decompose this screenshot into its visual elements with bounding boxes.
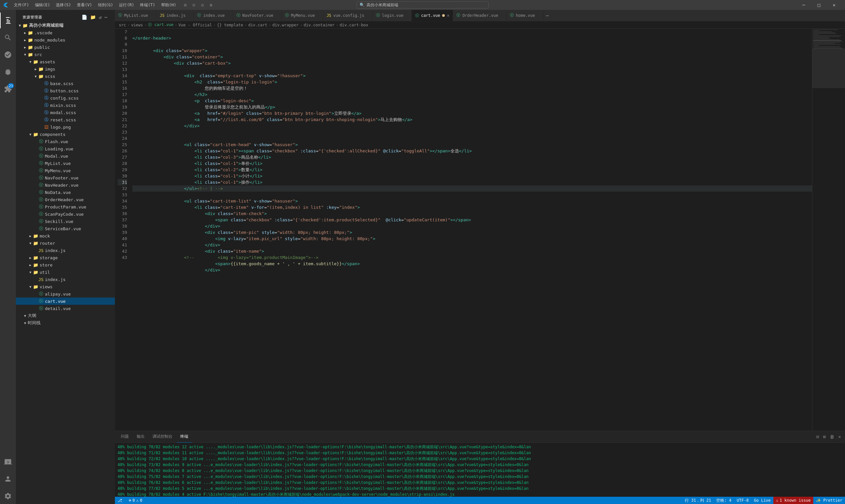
tree-item-util[interactable]: ▼ 📁 util — [16, 269, 115, 276]
tree-item-mymenu[interactable]: Ⓥ MyMenu.vue — [16, 167, 115, 174]
tab-login[interactable]: Ⓥ login.vue × — [373, 10, 412, 21]
tree-item-mock[interactable]: ▶ 📁 mock — [16, 232, 115, 239]
tab-vue-config[interactable]: JS vue.config.js × — [323, 10, 373, 21]
status-branch[interactable]: ⎇ — [115, 497, 126, 504]
tab-mylist[interactable]: Ⓥ MyList.vue × — [115, 10, 156, 21]
breadcrumb-div-wrapper[interactable]: div.wrapper — [272, 23, 298, 28]
menu-bar[interactable]: 文件(F) 编辑(E) 选择(S) 查看(V) 转到(G) 运行(R) 终端(T… — [11, 2, 179, 8]
tree-item-modal[interactable]: Ⓥ Modal.vue — [16, 152, 115, 160]
window-controls[interactable]: ─ □ ✕ — [796, 0, 842, 10]
tree-item-mixin-scss[interactable]: Ⓢ mixin.scss — [16, 102, 115, 109]
breadcrumb-cart-vue[interactable]: Ⓥ cart.vue — [148, 22, 173, 28]
maximize-button[interactable]: □ — [811, 0, 827, 10]
tree-item-assets[interactable]: ▼ 📁 assets — [16, 58, 115, 65]
tree-item-router-index[interactable]: JS index.js — [16, 247, 115, 254]
menu-terminal[interactable]: 终端(T) — [137, 2, 158, 8]
tree-item-nodata[interactable]: Ⓥ NoData.vue — [16, 189, 115, 196]
tree-item-mylist[interactable]: Ⓥ MyList.vue — [16, 160, 115, 167]
menu-run[interactable]: 运行(R) — [116, 2, 137, 8]
tree-item-orderheader[interactable]: Ⓥ OrderHeader.vue — [16, 196, 115, 203]
tree-item-alipay[interactable]: Ⓥ alipay.vue — [16, 290, 115, 298]
tree-item-imgs[interactable]: ▶ 📁 imgs — [16, 65, 115, 73]
tree-item-logo-png[interactable]: 🖼 logo.png — [16, 123, 115, 131]
tab-cart[interactable]: Ⓥ cart.vue × — [412, 10, 453, 21]
activity-search[interactable] — [0, 30, 16, 46]
breadcrumb-views[interactable]: views — [131, 23, 143, 28]
panel-kill-icon[interactable]: 🗑 — [828, 433, 836, 441]
panel-close-icon[interactable]: × — [837, 433, 842, 441]
panel-split-icon[interactable]: ⊞ — [822, 433, 827, 441]
breadcrumb-div-cartbox[interactable]: div.cart-box — [340, 23, 368, 28]
tree-item-src[interactable]: ▼ 📁 src — [16, 51, 115, 58]
breadcrumb-vue-official[interactable]: Vue - Official — [179, 23, 212, 28]
sidebar-actions[interactable]: 📄 📁 ↺ ⋯ — [81, 14, 108, 20]
title-search[interactable]: 🔍 高仿小米商城前端 — [357, 1, 489, 8]
tab-navfooter[interactable]: Ⓥ NavFooter.vue × — [233, 10, 282, 21]
tree-item-scss[interactable]: ▼ 📁 scss — [16, 73, 115, 80]
refresh-icon[interactable]: ↺ — [98, 14, 102, 20]
tree-item-navheader[interactable]: Ⓥ NavHeader.vue — [16, 181, 115, 189]
new-file-icon[interactable]: 📄 — [81, 14, 88, 20]
tab-orderheader[interactable]: Ⓥ OrderHeader.vue × — [453, 10, 506, 21]
menu-file[interactable]: 文件(F) — [11, 2, 32, 8]
tree-item-loading[interactable]: Ⓥ Loading.vue — [16, 145, 115, 152]
activity-debug[interactable] — [0, 64, 16, 80]
tab-home[interactable]: Ⓥ home.vue × — [506, 10, 543, 21]
new-folder-icon[interactable]: 📁 — [89, 14, 97, 20]
tree-item-cart[interactable]: Ⓥ cart.vue — [16, 298, 115, 305]
activity-files[interactable] — [0, 13, 16, 29]
status-golive[interactable]: Go Live — [751, 497, 773, 504]
tree-item-node-modules[interactable]: ▶ 📁 node_modules — [16, 36, 115, 43]
panel-tab-debug[interactable]: 调试控制台 — [149, 431, 176, 443]
panel-tab-output[interactable]: 输出 — [133, 431, 148, 443]
tree-item-base-scss[interactable]: Ⓢ base.scss — [16, 80, 115, 87]
status-prettier[interactable]: ✨ Prettier — [813, 497, 845, 504]
tree-item-storage[interactable]: ▶ 📁 storage — [16, 254, 115, 261]
tree-item-components[interactable]: ▼ 📁 components — [16, 131, 115, 138]
breadcrumb-src[interactable]: src — [119, 23, 126, 28]
tree-item-timeline[interactable]: ▼ 时间线 — [16, 319, 115, 326]
breadcrumb-template[interactable]: {} template — [217, 23, 243, 28]
activity-git[interactable] — [0, 47, 16, 63]
minimize-button[interactable]: ─ — [796, 0, 811, 10]
close-button[interactable]: ✕ — [827, 0, 842, 10]
panel-tab-problems[interactable]: 问题 — [118, 431, 132, 443]
tree-item-modal-scss[interactable]: Ⓢ modal.scss — [16, 109, 115, 116]
tree-item-seckill[interactable]: Ⓥ Seckill.vue — [16, 218, 115, 225]
menu-select[interactable]: 选择(S) — [53, 2, 74, 8]
code-content[interactable]: </order-header> <div class="wrapper"> <d… — [130, 29, 812, 431]
panel-tab-terminal[interactable]: 终端 — [177, 431, 191, 443]
layout-icon-2[interactable]: ⊟ — [190, 1, 198, 9]
tree-item-store[interactable]: ▶ 📁 store — [16, 261, 115, 269]
status-indent[interactable]: 空格: 4 — [713, 497, 734, 504]
layout-icon-1[interactable]: ⊞ — [182, 1, 190, 9]
menu-goto[interactable]: 转到(G) — [96, 2, 116, 8]
tree-item-button-scss[interactable]: Ⓢ button.scss — [16, 87, 115, 94]
status-encoding[interactable]: UTF-8 — [734, 497, 751, 504]
tree-item-scanpaycode[interactable]: Ⓥ ScanPayCode.vue — [16, 211, 115, 218]
menu-edit[interactable]: 编辑(E) — [32, 2, 53, 8]
tree-item-detail[interactable]: Ⓥ detail.vue — [16, 305, 115, 312]
tree-item-navfooter[interactable]: Ⓥ NavFooter.vue — [16, 174, 115, 181]
menu-help[interactable]: 帮助(H) — [158, 2, 179, 8]
tree-item-router[interactable]: ▼ 📁 router — [16, 239, 115, 247]
tab-index-vue[interactable]: Ⓥ index.vue × — [194, 10, 233, 21]
tree-item-util-index[interactable]: JS index.js — [16, 276, 115, 283]
breadcrumb-div-cart[interactable]: div.cart — [248, 23, 268, 28]
tree-item-reset-scss[interactable]: Ⓢ reset.scss — [16, 116, 115, 123]
activity-settings[interactable] — [0, 488, 16, 504]
tab-mymenu[interactable]: Ⓥ MyMenu.vue × — [282, 10, 323, 21]
tree-item-outline[interactable]: ▼ 大纲 — [16, 312, 115, 319]
tab-index-js[interactable]: JS index.js × — [156, 10, 194, 21]
tree-item-public[interactable]: ▶ 📁 public — [16, 43, 115, 51]
activity-extensions[interactable]: 23 — [0, 81, 16, 97]
breadcrumb-div-container[interactable]: div.container — [304, 23, 334, 28]
layout-icon-3[interactable]: ⊡ — [199, 1, 207, 9]
tree-item-views[interactable]: ▼ 📁 views — [16, 283, 115, 290]
tree-item-flash[interactable]: Ⓥ Flash.vue — [16, 138, 115, 145]
menu-view[interactable]: 查看(V) — [74, 2, 95, 8]
tree-item-config-scss[interactable]: Ⓢ config.scss — [16, 94, 115, 102]
activity-accounts[interactable] — [0, 471, 16, 487]
activity-remote[interactable] — [0, 454, 16, 470]
status-errors[interactable]: ⊗ 0 ⚠ 0 — [126, 497, 145, 504]
